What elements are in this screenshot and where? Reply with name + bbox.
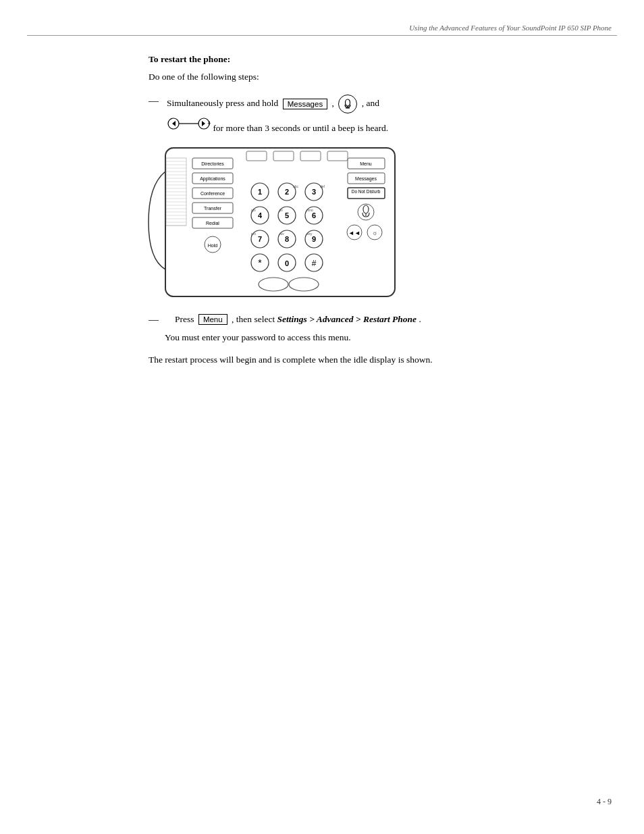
- bullet-1-text-after: for more than 3 seconds or until a beep …: [213, 123, 388, 133]
- svg-text:5: 5: [285, 211, 289, 219]
- svg-text:def: def: [320, 184, 325, 188]
- svg-text:ghi: ghi: [251, 208, 256, 212]
- scroll-nav-icon: +: [167, 116, 211, 131]
- svg-text:6: 6: [312, 211, 316, 219]
- svg-text:◄◄: ◄◄: [348, 230, 360, 236]
- then-select-text: , then select: [232, 314, 275, 324]
- svg-text:1: 1: [258, 188, 262, 196]
- svg-text:8: 8: [285, 235, 289, 243]
- svg-text:tuv: tuv: [279, 232, 284, 236]
- svg-point-0: [346, 99, 350, 106]
- mute-icon: [338, 95, 357, 113]
- svg-text:mno: mno: [306, 208, 313, 212]
- svg-rect-43: [246, 151, 267, 161]
- svg-point-87: [358, 204, 374, 220]
- svg-text:#: #: [312, 259, 317, 268]
- period: .: [419, 314, 421, 324]
- phone-svg: Directories Applications Conference Tran…: [128, 145, 425, 300]
- press-text: Press: [175, 314, 194, 324]
- svg-text:9: 9: [312, 235, 316, 243]
- header-rule: [27, 35, 617, 36]
- svg-text:Menu: Menu: [360, 161, 372, 166]
- svg-text:Conference: Conference: [200, 191, 225, 196]
- svg-text:wxy: wxy: [306, 232, 313, 236]
- menu-path: Settings > Advanced > Restart Phone: [277, 314, 417, 324]
- intro-text: Do one of the following steps:: [149, 72, 603, 82]
- phone-diagram: Directories Applications Conference Tran…: [128, 145, 425, 300]
- svg-text:3: 3: [312, 188, 316, 196]
- header-text: Using the Advanced Features of Your Soun…: [409, 24, 612, 32]
- bullet-2-content: Press Menu , then select Settings > Adva…: [175, 314, 421, 325]
- svg-text:Redial: Redial: [206, 221, 219, 226]
- comma-separator: ,: [332, 98, 337, 108]
- bullet-item-2: — Press Menu , then select Settings > Ad…: [149, 313, 603, 325]
- svg-text:4: 4: [258, 211, 263, 219]
- menu-note: You must enter your password to access t…: [165, 332, 603, 343]
- svg-text:prs: prs: [251, 232, 256, 236]
- text-and: , and: [362, 98, 379, 108]
- svg-text:☼: ☼: [372, 230, 377, 236]
- svg-text:2: 2: [285, 188, 289, 196]
- svg-text:Hold: Hold: [208, 243, 218, 248]
- bullet-1-text-before: Simultaneously press and hold: [167, 98, 278, 108]
- svg-text:jkl: jkl: [279, 208, 283, 212]
- dash-2: —: [149, 314, 159, 325]
- svg-text:+: +: [207, 119, 211, 128]
- svg-text:*: *: [258, 257, 262, 268]
- svg-text:Transfer: Transfer: [204, 206, 221, 211]
- svg-text:Directories: Directories: [201, 161, 224, 166]
- svg-text:abc: abc: [293, 184, 299, 188]
- dash-1: —: [149, 95, 159, 107]
- bullet-item-1: — Simultaneously press and hold Messages…: [149, 95, 603, 134]
- bullet-1-content: Simultaneously press and hold Messages ,…: [167, 95, 603, 134]
- svg-text:Messages: Messages: [355, 176, 377, 182]
- section-heading: To restart the phone:: [149, 54, 603, 65]
- svg-text:0: 0: [285, 259, 289, 267]
- menu-button: Menu: [198, 314, 227, 325]
- page-content: To restart the phone: Do one of the foll…: [149, 54, 603, 367]
- messages-button: Messages: [283, 99, 327, 109]
- body-text: The restart process will begin and is co…: [149, 353, 603, 367]
- svg-text:Do Not Disturb: Do Not Disturb: [352, 189, 381, 194]
- svg-text:Applications: Applications: [200, 176, 225, 182]
- svg-marker-7: [202, 121, 205, 126]
- svg-text:7: 7: [258, 235, 262, 243]
- page-number: 4 - 9: [597, 797, 612, 807]
- svg-marker-4: [172, 121, 176, 126]
- svg-rect-44: [273, 151, 294, 161]
- svg-rect-45: [300, 151, 321, 161]
- svg-rect-46: [327, 151, 348, 161]
